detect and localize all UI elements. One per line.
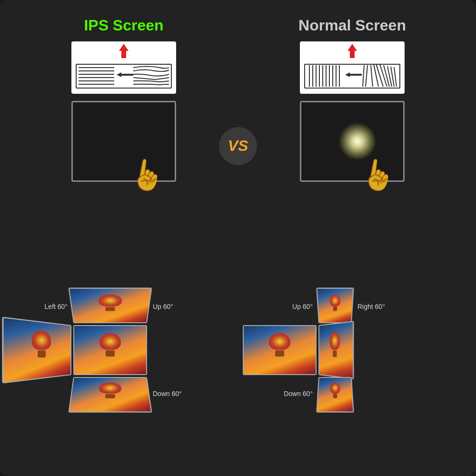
normal-right-label: Right 60° <box>354 290 411 323</box>
svg-line-33 <box>394 67 397 87</box>
ips-title: IPS Screen <box>84 17 163 34</box>
normal-hand-icon: ☝️ <box>357 156 398 195</box>
svg-line-26 <box>371 65 373 87</box>
ips-hand-icon: ☝️ <box>127 156 168 195</box>
normal-down-label: Down 60° <box>243 377 317 410</box>
vs-label: VS <box>228 137 248 155</box>
vs-badge: VS <box>219 127 257 165</box>
normal-angle-panel: Up 60° Right 60° <box>238 288 466 466</box>
normal-angle-grid: Up 60° Right 60° <box>243 290 462 410</box>
ips-down-thumb <box>68 377 152 413</box>
normal-molecule-svg <box>300 41 405 94</box>
svg-line-25 <box>366 65 367 87</box>
svg-line-24 <box>363 65 364 87</box>
svg-marker-12 <box>347 44 357 58</box>
ips-molecule-diagram <box>71 41 176 94</box>
ips-angle-grid: Left 60° Up 60° <box>14 290 233 410</box>
normal-right-thumb <box>318 321 354 379</box>
ips-molecule-svg <box>71 41 176 94</box>
main-container: IPS Screen <box>0 0 476 476</box>
ips-panel: IPS Screen <box>10 10 238 283</box>
normal-up-label: Up 60° <box>243 290 317 323</box>
ips-left-thumb <box>2 317 71 384</box>
bottom-section: Left 60° Up 60° <box>10 288 466 466</box>
ips-center-thumb <box>73 325 147 375</box>
svg-line-30 <box>384 65 389 87</box>
normal-down-thumb <box>316 377 354 413</box>
ips-up-label: Up 60° <box>149 290 182 323</box>
top-section: IPS Screen <box>10 10 466 283</box>
ips-angle-panel: Left 60° Up 60° <box>10 288 238 466</box>
normal-title: Normal Screen <box>298 17 406 34</box>
normal-panel: Normal Screen <box>238 10 466 283</box>
ips-screen-display: ☝️ <box>71 101 176 182</box>
svg-line-28 <box>376 64 383 87</box>
normal-screen-display: ☝️ <box>300 101 405 182</box>
svg-marker-0 <box>119 44 129 58</box>
normal-up-thumb <box>316 288 354 323</box>
ips-down-label: Down 60° <box>149 377 182 410</box>
svg-marker-7 <box>117 72 133 77</box>
ips-left-label: Left 60° <box>14 290 71 323</box>
normal-molecule-diagram <box>300 41 405 94</box>
glow-effect <box>338 122 377 160</box>
svg-marker-23 <box>345 72 362 77</box>
ips-up-thumb <box>68 288 152 323</box>
normal-center-thumb <box>243 325 317 375</box>
